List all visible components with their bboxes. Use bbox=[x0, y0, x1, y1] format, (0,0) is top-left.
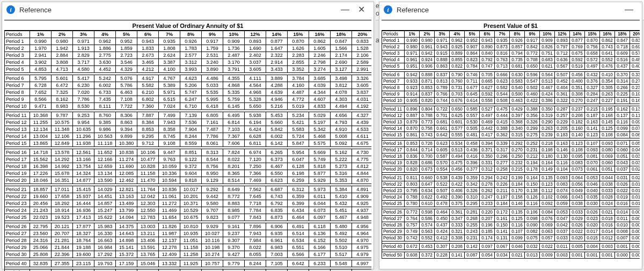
close-button[interactable]: ✕ bbox=[354, 5, 369, 14]
cell: 0.116 bbox=[525, 201, 540, 207]
cell: 0.263 bbox=[600, 91, 615, 98]
cell: 13.134 bbox=[94, 170, 116, 177]
cell: 0.980 bbox=[405, 44, 420, 50]
cell: 0.026 bbox=[570, 222, 585, 229]
cell: 0.828 bbox=[405, 160, 420, 166]
col-header: 4% bbox=[450, 31, 465, 38]
cell: 25.066 bbox=[30, 244, 52, 251]
cell: 0.751 bbox=[540, 50, 555, 57]
cell: 6.792 bbox=[266, 200, 288, 207]
cell: 6.710 bbox=[180, 103, 202, 110]
table-row: Period 50.9510.9060.8630.8220.7840.7470.… bbox=[382, 63, 640, 70]
cell: 0.070 bbox=[585, 160, 600, 166]
cell: 16.330 bbox=[94, 230, 116, 237]
cell: 0.756 bbox=[585, 44, 600, 50]
cell: 0.424 bbox=[540, 91, 555, 98]
cell: 0.453 bbox=[420, 244, 435, 250]
cell: 4.999 bbox=[352, 269, 372, 272]
row-label: Period 29 bbox=[5, 244, 30, 251]
cell: 0.672 bbox=[405, 244, 420, 250]
cell: 0.215 bbox=[585, 106, 600, 113]
cell: 11.255 bbox=[30, 119, 52, 126]
row-label: Period 3 bbox=[5, 52, 30, 59]
cell: 0.833 bbox=[352, 38, 372, 45]
cell: 0.544 bbox=[495, 91, 510, 98]
cell: 9.077 bbox=[223, 214, 245, 221]
cell: 0.917 bbox=[202, 38, 223, 45]
cell: 0.033 bbox=[570, 209, 585, 216]
cell: 6.373 bbox=[266, 156, 288, 163]
row-label: Period 22 bbox=[5, 193, 30, 200]
minimize-button[interactable]: — bbox=[620, 5, 638, 14]
cell: 0.164 bbox=[540, 160, 555, 166]
cell: 3.546 bbox=[116, 59, 137, 66]
row-label: Period 15 bbox=[5, 140, 30, 147]
cell: 0.043 bbox=[615, 160, 630, 166]
cell: 0.199 bbox=[510, 175, 525, 181]
minimize-button[interactable]: — bbox=[336, 5, 354, 14]
cell: 4.767 bbox=[159, 75, 180, 82]
cell: 0.467 bbox=[540, 85, 555, 91]
cell: 0.442 bbox=[480, 126, 495, 132]
cell: 0.500 bbox=[510, 91, 525, 98]
cell: 4.948 bbox=[352, 214, 372, 221]
row-label: Period 25 bbox=[382, 201, 405, 207]
cell: 0.141 bbox=[495, 229, 510, 235]
table-row: Period 210.8110.6600.5380.4390.3590.2940… bbox=[382, 175, 640, 181]
cell: 5.795 bbox=[30, 75, 52, 82]
cell: 6.230 bbox=[73, 82, 94, 89]
cell: 3.630 bbox=[94, 59, 116, 66]
cell: 6.983 bbox=[266, 244, 288, 251]
row-label: Period 10 bbox=[382, 98, 405, 104]
cell: 0.296 bbox=[495, 153, 510, 160]
cell: 8.566 bbox=[30, 96, 52, 103]
cell: 0.335 bbox=[630, 72, 640, 78]
cell: 0.314 bbox=[615, 78, 630, 85]
cell: 0.022 bbox=[540, 244, 555, 250]
cell: 19.793 bbox=[94, 260, 116, 267]
cell: 0.082 bbox=[525, 229, 540, 235]
table-row: Period 160.8530.7280.6230.5340.4580.3940… bbox=[382, 141, 640, 147]
cell: 9.604 bbox=[180, 170, 202, 177]
cell: 9.823 bbox=[202, 214, 223, 221]
cell: 0.074 bbox=[555, 188, 570, 194]
cell: 5.669 bbox=[309, 149, 331, 156]
cell: 0.596 bbox=[525, 72, 540, 78]
row-label: Period 28 bbox=[382, 222, 405, 229]
cell: 3.784 bbox=[288, 75, 309, 82]
cell: 0.042 bbox=[555, 222, 570, 229]
cell: 0.893 bbox=[555, 38, 570, 44]
cell: 7.786 bbox=[73, 96, 94, 103]
cell: 6.728 bbox=[30, 82, 52, 89]
cell: 0.390 bbox=[450, 194, 465, 201]
cell: 12.303 bbox=[137, 200, 159, 207]
cell: 5.216 bbox=[266, 103, 288, 110]
cell: 4.355 bbox=[223, 75, 245, 82]
cell: 7.843 bbox=[245, 214, 266, 221]
row-label: Period 26 bbox=[5, 223, 30, 230]
cell: 7.718 bbox=[245, 200, 266, 207]
cell: 0.347 bbox=[450, 216, 465, 222]
row-label: Period 9 bbox=[382, 91, 405, 98]
cell: 5.929 bbox=[309, 177, 331, 184]
cell: 0.429 bbox=[510, 106, 525, 113]
cell: 10.810 bbox=[180, 223, 202, 230]
cell: 23.115 bbox=[73, 260, 94, 267]
cell: 4.853 bbox=[30, 66, 52, 73]
cell: 0.837 bbox=[435, 72, 450, 78]
cell: 0.842 bbox=[525, 44, 540, 50]
cell: 0.065 bbox=[630, 132, 640, 138]
cell: 0.018 bbox=[630, 181, 640, 188]
cell: 0.013 bbox=[525, 252, 540, 259]
cell: 17.413 bbox=[73, 214, 94, 221]
cell: 11.764 bbox=[137, 186, 159, 193]
cell: 1.626 bbox=[288, 45, 309, 52]
cell: 2.941 bbox=[30, 52, 52, 59]
cell: 6.463 bbox=[116, 89, 137, 96]
cell: 0.760 bbox=[450, 78, 465, 85]
cell: 5.847 bbox=[288, 140, 309, 147]
cell: 8.760 bbox=[94, 112, 116, 119]
cell: 5.583 bbox=[288, 126, 309, 133]
cell: 0.021 bbox=[600, 209, 615, 216]
cell: 5.033 bbox=[202, 82, 223, 89]
